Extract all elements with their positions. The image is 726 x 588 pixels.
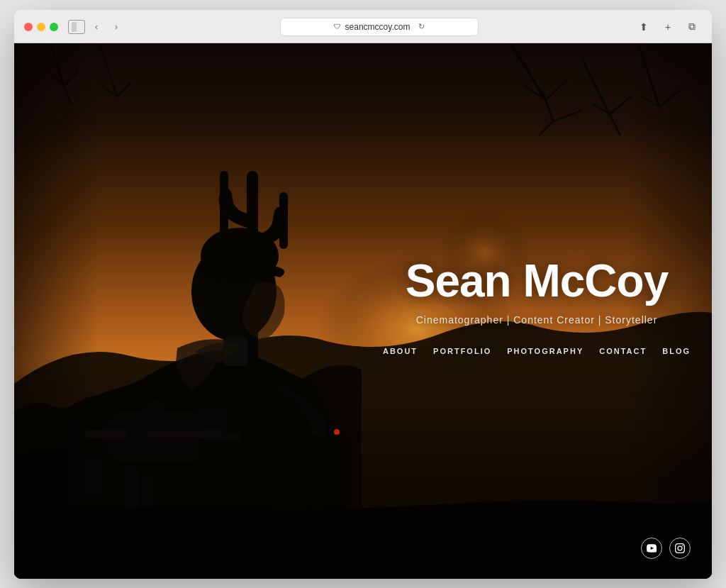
website-content: Sean McCoy Cinematographer | Content Cre… bbox=[14, 43, 712, 579]
share-icon: ⬆ bbox=[640, 21, 648, 33]
nav-item-about[interactable]: ABOUT bbox=[383, 347, 418, 355]
browser-actions: ⬆ + ⧉ bbox=[634, 17, 702, 37]
sidebar-toggle-button[interactable] bbox=[68, 18, 85, 35]
reload-button[interactable]: ↻ bbox=[418, 22, 425, 31]
social-icons bbox=[641, 538, 691, 559]
url-text: seancmccoy.com bbox=[345, 22, 411, 32]
address-bar-container: 🛡 seancmccoy.com ↻ bbox=[130, 18, 628, 36]
nav-item-contact[interactable]: CONTACT bbox=[599, 347, 647, 355]
new-tab-button[interactable]: + bbox=[658, 17, 678, 37]
text-overlay: Sean McCoy Cinematographer | Content Cre… bbox=[383, 256, 691, 355]
svg-rect-38 bbox=[14, 43, 99, 579]
maximize-button[interactable] bbox=[50, 23, 58, 31]
svg-rect-30 bbox=[199, 409, 227, 430]
nav-item-portfolio[interactable]: PORTFOLIO bbox=[433, 347, 491, 355]
close-button[interactable] bbox=[24, 23, 33, 31]
tabs-icon: ⧉ bbox=[688, 21, 696, 33]
back-button[interactable]: ‹ bbox=[88, 18, 105, 35]
lock-icon: 🛡 bbox=[334, 23, 341, 30]
hero-nav: ABOUT PORTFOLIO PHOTOGRAPHY CONTACT BLOG bbox=[383, 347, 691, 355]
svg-point-40 bbox=[334, 429, 340, 435]
svg-rect-4 bbox=[220, 171, 228, 235]
svg-rect-5 bbox=[279, 192, 288, 249]
youtube-svg bbox=[647, 543, 657, 553]
minimize-button[interactable] bbox=[37, 23, 45, 31]
forward-button[interactable]: › bbox=[108, 18, 125, 35]
new-tab-icon: + bbox=[665, 21, 671, 33]
browser-controls: ‹ › bbox=[68, 18, 125, 35]
browser-chrome: ‹ › 🛡 seancmccoy.com ↻ ⬆ + ⧉ bbox=[14, 10, 712, 43]
hero-tagline: Cinematographer | Content Creator | Stor… bbox=[383, 314, 691, 326]
nav-item-blog[interactable]: BLOG bbox=[662, 347, 691, 355]
svg-rect-33 bbox=[206, 433, 241, 440]
hero-name: Sean McCoy bbox=[383, 256, 691, 306]
svg-point-27 bbox=[201, 228, 279, 284]
forward-icon: › bbox=[115, 22, 118, 32]
address-bar[interactable]: 🛡 seancmccoy.com ↻ bbox=[280, 18, 479, 36]
back-icon: ‹ bbox=[95, 22, 98, 32]
youtube-icon[interactable] bbox=[641, 538, 662, 559]
tabs-overview-button[interactable]: ⧉ bbox=[682, 17, 702, 37]
browser-window: ‹ › 🛡 seancmccoy.com ↻ ⬆ + ⧉ bbox=[14, 10, 712, 579]
traffic-lights bbox=[24, 23, 58, 31]
sidebar-icon bbox=[68, 20, 85, 34]
instagram-icon[interactable] bbox=[669, 538, 691, 559]
share-button[interactable]: ⬆ bbox=[634, 17, 654, 37]
instagram-svg bbox=[675, 543, 685, 553]
nav-item-photography[interactable]: PHOTOGRAPHY bbox=[507, 347, 583, 355]
